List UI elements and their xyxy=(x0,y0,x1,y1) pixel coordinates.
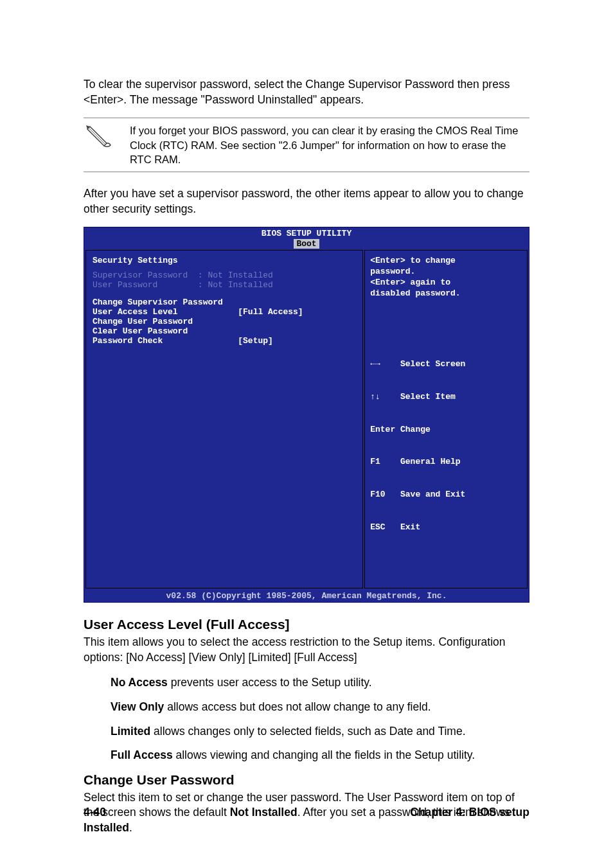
bios-title-text: BIOS SETUP UTILITY xyxy=(262,229,351,238)
bios-help-line: disabled password. xyxy=(370,288,522,299)
bios-help-pane: <Enter> to change password. <Enter> agai… xyxy=(364,250,528,589)
bios-key-line: ↑↓ Select Item xyxy=(370,392,522,403)
chapter-label: Chapter 4: BIOS setup xyxy=(410,806,529,819)
option-label: Full Access xyxy=(111,748,173,761)
option-no-access: No Access prevents user access to the Se… xyxy=(84,675,529,691)
bios-menu-item[interactable]: Change User Password xyxy=(93,317,356,326)
option-full-access: Full Access allows viewing and changing … xyxy=(84,748,529,763)
bios-key-line: F10 Save and Exit xyxy=(370,490,522,500)
bios-help-line: password. xyxy=(370,267,522,278)
option-label: Limited xyxy=(111,725,150,738)
bios-title-bar: BIOS SETUP UTILITY Boot xyxy=(84,227,529,249)
bios-menu-item[interactable]: User Access Level [Full Access] xyxy=(93,307,356,317)
svg-line-1 xyxy=(89,128,105,144)
option-desc: prevents user access to the Setup utilit… xyxy=(168,676,372,689)
bios-help-text: <Enter> to change password. <Enter> agai… xyxy=(370,256,522,299)
bios-key-legend: ←→ Select Screen ↑↓ Select Item Enter Ch… xyxy=(370,337,522,583)
bios-main-pane: Security Settings Supervisor Password : … xyxy=(85,250,363,589)
bios-key-line: ←→ Select Screen xyxy=(370,359,522,370)
bios-help-line: <Enter> to change xyxy=(370,256,522,267)
note-text: If you forget your BIOS password, you ca… xyxy=(130,122,529,166)
bios-key-line: ESC Exit xyxy=(370,522,522,533)
pencil-note-icon xyxy=(84,122,112,152)
page-number: 4-40 xyxy=(84,806,106,819)
bios-key-line: F1 General Help xyxy=(370,457,522,468)
bios-help-line: <Enter> again to xyxy=(370,278,522,288)
text-bold-installed: Installed xyxy=(84,821,129,834)
option-limited: Limited allows changes only to selected … xyxy=(84,724,529,740)
option-label: View Only xyxy=(111,700,164,713)
bios-status-row: User Password : Not Installed xyxy=(93,280,356,290)
bios-menu-item[interactable]: Change Supervisor Password xyxy=(93,297,356,307)
option-view-only: View Only allows access but does not all… xyxy=(84,700,529,715)
option-desc: allows changes only to selected fields, … xyxy=(150,725,465,738)
option-label: No Access xyxy=(111,676,168,689)
bios-menu-item[interactable]: Password Check [Setup] xyxy=(93,336,356,346)
note-box: If you forget your BIOS password, you ca… xyxy=(84,118,529,172)
page-footer: 4-40 Chapter 4: BIOS setup xyxy=(84,806,529,819)
intro-paragraph-2: After you have set a supervisor password… xyxy=(84,186,529,217)
bios-section-heading: Security Settings xyxy=(93,256,356,265)
bios-status-row: Supervisor Password : Not Installed xyxy=(93,270,356,280)
heading-user-access-level: User Access Level (Full Access] xyxy=(84,617,529,632)
bios-copyright-footer: v02.58 (C)Copyright 1985-2005, American … xyxy=(84,590,529,602)
bios-setup-panel: BIOS SETUP UTILITY Boot Security Setting… xyxy=(84,227,529,603)
bios-menu-item[interactable]: Clear User Password xyxy=(93,326,356,336)
text-fragment: . xyxy=(129,821,132,834)
intro-paragraph-1: To clear the supervisor password, select… xyxy=(84,77,529,107)
user-access-body: This item allows you to select the acces… xyxy=(84,635,529,665)
bios-tab-boot: Boot xyxy=(294,239,319,249)
option-desc: allows viewing and changing all the fiel… xyxy=(173,748,475,761)
bios-key-line: Enter Change xyxy=(370,425,522,436)
heading-change-user-password: Change User Password xyxy=(84,772,529,788)
option-desc: allows access but does not allow change … xyxy=(164,700,431,713)
